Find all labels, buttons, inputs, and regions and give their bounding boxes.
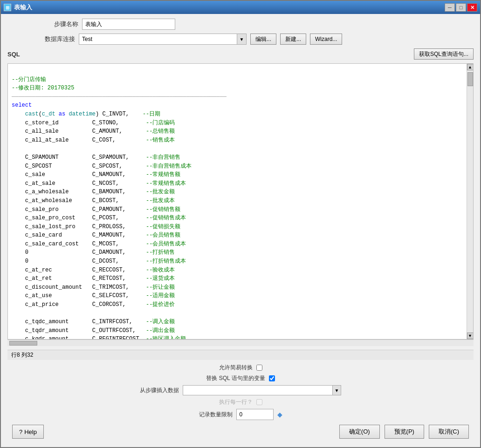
restore-button[interactable]: □ bbox=[456, 3, 466, 12]
record-limit-label: 记录数量限制 bbox=[199, 411, 233, 419]
scroll-track bbox=[467, 70, 473, 333]
footer-row: ? Help 确定(O) 预览(P) 取消(C) bbox=[7, 423, 474, 441]
execute-each-row-label: 执行每一行？ bbox=[219, 398, 253, 406]
sql-header-row: SQL 获取SQL查询语句... bbox=[7, 48, 474, 60]
minimize-button[interactable]: ─ bbox=[445, 3, 455, 12]
help-icon: ? bbox=[19, 428, 22, 435]
replace-sql-vars-row: 替换 SQL 语句里的变量 bbox=[7, 374, 474, 382]
step-name-input[interactable] bbox=[82, 19, 175, 30]
insert-from-step-select[interactable]: ▼ bbox=[183, 385, 341, 395]
status-bar: 行8 列32 bbox=[7, 350, 474, 360]
cancel-button[interactable]: 取消(C) bbox=[429, 425, 469, 439]
close-button[interactable]: ✕ bbox=[467, 3, 477, 12]
scroll-thumb[interactable] bbox=[467, 72, 473, 86]
step-name-row: 步骤名称 bbox=[7, 19, 474, 30]
sql-editor-area: --分门店传输 --修改日期: 20170325 ───────────────… bbox=[7, 63, 474, 346]
execute-each-row-checkbox[interactable] bbox=[256, 399, 262, 405]
get-sql-button[interactable]: 获取SQL查询语句... bbox=[414, 48, 474, 60]
cursor-position: 行8 列32 bbox=[11, 351, 33, 359]
insert-step-arrow[interactable]: ▼ bbox=[332, 386, 341, 395]
main-content: 步骤名称 数据库连接 Test ▼ 编辑... 新建... Wizard... … bbox=[1, 14, 480, 447]
bottom-section: 允许简易转换 替换 SQL 语句里的变量 从步骤插入数据 ▼ 执行每一行？ bbox=[7, 364, 474, 442]
db-connection-arrow[interactable]: ▼ bbox=[237, 34, 246, 44]
record-limit-row: 记录数量限制 ◆ bbox=[7, 409, 474, 420]
help-label: Help bbox=[24, 428, 37, 435]
allow-simple-convert-checkbox[interactable] bbox=[256, 365, 262, 371]
scroll-up-button[interactable]: ▲ bbox=[467, 64, 474, 70]
vertical-scrollbar[interactable]: ▲ ▼ bbox=[467, 64, 473, 339]
sql-editor[interactable]: --分门店传输 --修改日期: 20170325 ───────────────… bbox=[8, 64, 473, 339]
title-bar-left: ⊞ 表输入 bbox=[4, 3, 32, 12]
ok-button[interactable]: 确定(O) bbox=[339, 425, 380, 439]
main-window: ⊞ 表输入 ─ □ ✕ 步骤名称 数据库连接 Test ▼ 编辑... 新建..… bbox=[0, 0, 481, 448]
hscroll-thumb[interactable] bbox=[9, 341, 37, 346]
help-button[interactable]: ? Help bbox=[12, 425, 44, 439]
horizontal-scrollbar[interactable] bbox=[7, 339, 474, 346]
preview-button[interactable]: 预览(P) bbox=[385, 425, 424, 439]
record-limit-input[interactable] bbox=[236, 409, 274, 420]
replace-sql-vars-label: 替换 SQL 语句里的变量 bbox=[206, 374, 265, 382]
sql-scrollable: --分门店传输 --修改日期: 20170325 ───────────────… bbox=[7, 63, 474, 339]
diamond-icon: ◆ bbox=[277, 411, 282, 418]
window-title: 表输入 bbox=[14, 3, 32, 12]
allow-simple-convert-label: 允许简易转换 bbox=[219, 364, 253, 372]
action-buttons: 确定(O) 预览(P) 取消(C) bbox=[339, 425, 469, 439]
title-controls: ─ □ ✕ bbox=[445, 3, 477, 12]
title-bar: ⊞ 表输入 ─ □ ✕ bbox=[1, 1, 480, 14]
execute-each-row-row: 执行每一行？ bbox=[7, 398, 474, 406]
db-connection-value: Test bbox=[79, 36, 237, 42]
window-icon: ⊞ bbox=[4, 4, 11, 11]
step-name-label: 步骤名称 bbox=[54, 20, 78, 28]
new-button[interactable]: 新建... bbox=[280, 34, 306, 45]
sql-label: SQL bbox=[7, 51, 20, 58]
scroll-down-button[interactable]: ▼ bbox=[467, 333, 474, 339]
insert-from-step-row: 从步骤插入数据 ▼ bbox=[7, 385, 474, 395]
db-connection-row: 数据库连接 Test ▼ 编辑... 新建... Wizard... bbox=[7, 34, 474, 45]
db-connection-label: 数据库连接 bbox=[45, 35, 75, 43]
wizard-button[interactable]: Wizard... bbox=[310, 34, 342, 45]
db-connection-select[interactable]: Test ▼ bbox=[79, 34, 247, 45]
replace-sql-vars-checkbox[interactable] bbox=[269, 375, 275, 381]
edit-button[interactable]: 编辑... bbox=[250, 34, 276, 45]
insert-from-step-label: 从步骤插入数据 bbox=[140, 387, 179, 394]
allow-simple-convert-row: 允许简易转换 bbox=[7, 364, 474, 372]
